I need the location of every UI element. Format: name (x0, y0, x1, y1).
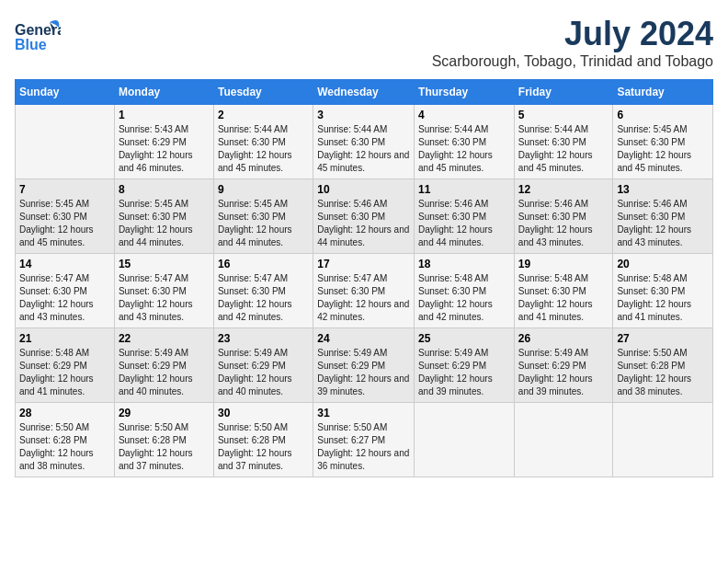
calendar-week-row: 28 Sunrise: 5:50 AM Sunset: 6:28 PM Dayl… (16, 403, 713, 477)
day-number: 28 (19, 407, 110, 419)
day-info: Sunrise: 5:44 AM Sunset: 6:30 PM Dayligh… (518, 123, 609, 175)
daylight-text: Daylight: 12 hours and 41 minutes. (617, 298, 709, 324)
table-row: 8 Sunrise: 5:45 AM Sunset: 6:30 PM Dayli… (114, 179, 213, 254)
daylight-text: Daylight: 12 hours and 44 minutes. (119, 224, 210, 249)
table-row (514, 403, 613, 477)
table-row: 10 Sunrise: 5:46 AM Sunset: 6:30 PM Dayl… (313, 179, 415, 254)
sunset-text: Sunset: 6:28 PM (617, 360, 709, 373)
sunrise-text: Sunrise: 5:50 AM (19, 421, 110, 434)
daylight-text: Daylight: 12 hours and 44 minutes. (218, 224, 309, 249)
table-row: 3 Sunrise: 5:44 AM Sunset: 6:30 PM Dayli… (313, 105, 415, 179)
table-row: 28 Sunrise: 5:50 AM Sunset: 6:28 PM Dayl… (16, 403, 115, 477)
table-row: 1 Sunrise: 5:43 AM Sunset: 6:29 PM Dayli… (114, 105, 213, 179)
logo: General Blue (15, 15, 61, 64)
day-number: 20 (617, 258, 709, 270)
daylight-text: Daylight: 12 hours and 39 minutes. (317, 373, 410, 398)
sunset-text: Sunset: 6:30 PM (617, 136, 709, 149)
sunrise-text: Sunrise: 5:48 AM (418, 272, 510, 285)
daylight-text: Daylight: 12 hours and 45 minutes. (218, 149, 309, 175)
table-row: 24 Sunrise: 5:49 AM Sunset: 6:29 PM Dayl… (313, 328, 415, 403)
sunrise-text: Sunrise: 5:45 AM (119, 198, 210, 211)
header-thursday: Thursday (415, 80, 515, 105)
sunset-text: Sunset: 6:30 PM (418, 136, 510, 149)
table-row: 21 Sunrise: 5:48 AM Sunset: 6:29 PM Dayl… (16, 328, 115, 403)
sunset-text: Sunset: 6:30 PM (317, 136, 410, 149)
sunset-text: Sunset: 6:27 PM (317, 434, 410, 447)
sunrise-text: Sunrise: 5:44 AM (518, 123, 609, 136)
sunrise-text: Sunrise: 5:44 AM (317, 123, 410, 136)
day-info: Sunrise: 5:50 AM Sunset: 6:27 PM Dayligh… (317, 421, 410, 473)
sunset-text: Sunset: 6:29 PM (19, 360, 110, 373)
calendar-week-row: 1 Sunrise: 5:43 AM Sunset: 6:29 PM Dayli… (16, 105, 713, 179)
table-row: 9 Sunrise: 5:45 AM Sunset: 6:30 PM Dayli… (213, 179, 313, 254)
sunset-text: Sunset: 6:28 PM (218, 434, 309, 447)
calendar-week-row: 14 Sunrise: 5:47 AM Sunset: 6:30 PM Dayl… (16, 254, 713, 328)
sunrise-text: Sunrise: 5:49 AM (518, 347, 609, 360)
table-row: 30 Sunrise: 5:50 AM Sunset: 6:28 PM Dayl… (213, 403, 313, 477)
day-number: 18 (418, 258, 510, 270)
day-number: 9 (218, 183, 309, 196)
day-number: 13 (617, 183, 709, 196)
daylight-text: Daylight: 12 hours and 41 minutes. (518, 298, 609, 324)
sunrise-text: Sunrise: 5:50 AM (317, 421, 410, 434)
table-row: 25 Sunrise: 5:49 AM Sunset: 6:29 PM Dayl… (415, 328, 515, 403)
sunset-text: Sunset: 6:30 PM (218, 285, 309, 298)
day-info: Sunrise: 5:49 AM Sunset: 6:29 PM Dayligh… (317, 347, 410, 398)
day-info: Sunrise: 5:48 AM Sunset: 6:30 PM Dayligh… (418, 272, 510, 324)
day-info: Sunrise: 5:44 AM Sunset: 6:30 PM Dayligh… (418, 123, 510, 175)
month-year-title: July 2024 (432, 15, 713, 53)
sunset-text: Sunset: 6:30 PM (418, 211, 510, 224)
day-number: 1 (119, 109, 210, 121)
header-saturday: Saturday (613, 80, 713, 105)
sunrise-text: Sunrise: 5:46 AM (617, 198, 709, 211)
sunrise-text: Sunrise: 5:47 AM (218, 272, 309, 285)
table-row: 14 Sunrise: 5:47 AM Sunset: 6:30 PM Dayl… (16, 254, 115, 328)
sunrise-text: Sunrise: 5:50 AM (218, 421, 309, 434)
day-info: Sunrise: 5:44 AM Sunset: 6:30 PM Dayligh… (317, 123, 410, 175)
table-row: 23 Sunrise: 5:49 AM Sunset: 6:29 PM Dayl… (213, 328, 313, 403)
title-section: July 2024 Scarborough, Tobago, Trinidad … (432, 15, 713, 70)
sunset-text: Sunset: 6:29 PM (119, 360, 210, 373)
daylight-text: Daylight: 12 hours and 42 minutes. (317, 298, 410, 324)
daylight-text: Daylight: 12 hours and 39 minutes. (418, 373, 510, 398)
day-info: Sunrise: 5:50 AM Sunset: 6:28 PM Dayligh… (119, 421, 210, 473)
sunset-text: Sunset: 6:30 PM (518, 211, 609, 224)
sunrise-text: Sunrise: 5:45 AM (218, 198, 309, 211)
sunset-text: Sunset: 6:30 PM (617, 285, 709, 298)
sunset-text: Sunset: 6:29 PM (418, 360, 510, 373)
day-number: 5 (518, 109, 609, 121)
table-row: 5 Sunrise: 5:44 AM Sunset: 6:30 PM Dayli… (514, 105, 613, 179)
daylight-text: Daylight: 12 hours and 40 minutes. (218, 373, 309, 398)
day-number: 22 (119, 332, 210, 345)
location-subtitle: Scarborough, Tobago, Trinidad and Tobago (432, 53, 713, 70)
day-number: 19 (518, 258, 609, 270)
day-number: 27 (617, 332, 709, 345)
daylight-text: Daylight: 12 hours and 37 minutes. (218, 447, 309, 473)
sunset-text: Sunset: 6:30 PM (617, 211, 709, 224)
day-number: 2 (218, 109, 309, 121)
header-sunday: Sunday (16, 80, 115, 105)
day-info: Sunrise: 5:49 AM Sunset: 6:29 PM Dayligh… (218, 347, 309, 398)
calendar-table: Sunday Monday Tuesday Wednesday Thursday… (15, 79, 713, 477)
day-info: Sunrise: 5:50 AM Sunset: 6:28 PM Dayligh… (19, 421, 110, 473)
day-info: Sunrise: 5:47 AM Sunset: 6:30 PM Dayligh… (119, 272, 210, 324)
daylight-text: Daylight: 12 hours and 44 minutes. (317, 224, 410, 249)
table-row: 18 Sunrise: 5:48 AM Sunset: 6:30 PM Dayl… (415, 254, 515, 328)
day-info: Sunrise: 5:45 AM Sunset: 6:30 PM Dayligh… (19, 198, 110, 249)
header-tuesday: Tuesday (213, 80, 313, 105)
sunrise-text: Sunrise: 5:47 AM (119, 272, 210, 285)
daylight-text: Daylight: 12 hours and 39 minutes. (518, 373, 609, 398)
sunset-text: Sunset: 6:30 PM (218, 136, 309, 149)
header-friday: Friday (514, 80, 613, 105)
table-row: 31 Sunrise: 5:50 AM Sunset: 6:27 PM Dayl… (313, 403, 415, 477)
day-number: 6 (617, 109, 709, 121)
sunrise-text: Sunrise: 5:50 AM (617, 347, 709, 360)
sunset-text: Sunset: 6:30 PM (19, 285, 110, 298)
day-info: Sunrise: 5:49 AM Sunset: 6:29 PM Dayligh… (418, 347, 510, 398)
day-info: Sunrise: 5:49 AM Sunset: 6:29 PM Dayligh… (119, 347, 210, 398)
page-header: General Blue July 2024 Scarborough, Toba… (15, 15, 713, 70)
day-number: 12 (518, 183, 609, 196)
table-row: 15 Sunrise: 5:47 AM Sunset: 6:30 PM Dayl… (114, 254, 213, 328)
header-wednesday: Wednesday (313, 80, 415, 105)
day-number: 11 (418, 183, 510, 196)
